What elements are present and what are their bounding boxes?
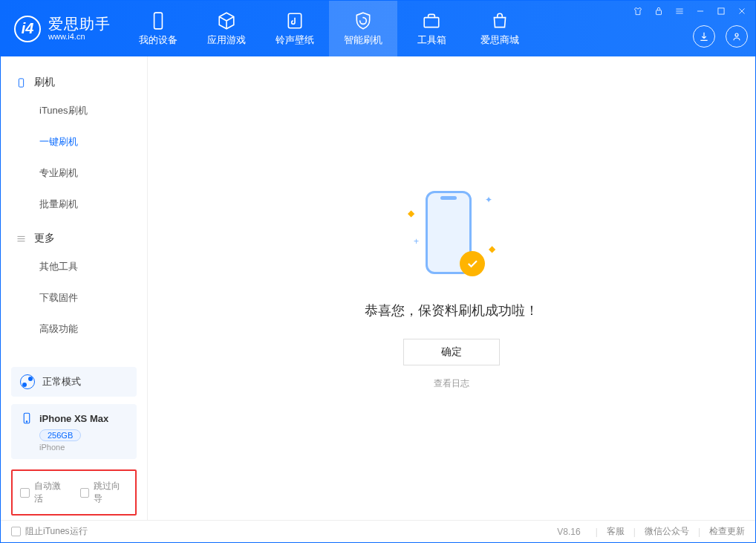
checkbox-icon	[80, 488, 90, 498]
sidebar-item-advanced[interactable]: 高级功能	[1, 313, 147, 345]
checkbox-block-itunes[interactable]: 阻止iTunes运行	[11, 525, 88, 538]
device-name: iPhone XS Max	[39, 413, 108, 424]
nav-label: 爱思商城	[480, 33, 519, 47]
nav-store[interactable]: 爱思商城	[466, 1, 534, 56]
svg-rect-3	[656, 10, 662, 15]
section-title: 更多	[34, 232, 55, 245]
nav-toolbox[interactable]: 工具箱	[397, 1, 466, 56]
sparkle-icon: ✦	[485, 195, 492, 205]
music-file-icon	[285, 11, 304, 30]
checkbox-auto-activate[interactable]: 自动激活	[20, 480, 68, 505]
top-nav: 我的设备 应用游戏 铃声壁纸 智能刷机 工具箱 爱思商城	[124, 1, 534, 56]
checkbox-label: 阻止iTunes运行	[25, 525, 88, 538]
device-type: iPhone	[39, 443, 128, 452]
menu-icon-button[interactable]	[671, 4, 688, 19]
sidebar-item-batch-flash[interactable]: 批量刷机	[1, 189, 147, 220]
sidebar-section-flash: 刷机	[1, 70, 147, 95]
nav-smart-flash[interactable]: 智能刷机	[329, 1, 397, 56]
app-title: 爱思助手	[48, 16, 111, 32]
checkbox-icon	[20, 488, 30, 498]
success-check-badge	[460, 251, 485, 276]
lock-icon-button[interactable]	[650, 4, 668, 19]
nav-label: 铃声壁纸	[276, 33, 314, 47]
checkbox-label: 自动激活	[34, 480, 68, 505]
device-storage-badge: 256GB	[39, 429, 81, 441]
view-log-link[interactable]: 查看日志	[434, 377, 469, 390]
bag-icon	[490, 11, 509, 30]
wechat-link[interactable]: 微信公众号	[645, 525, 689, 538]
nav-my-device[interactable]: 我的设备	[124, 1, 192, 56]
sparkle-icon: ◆	[408, 208, 414, 218]
sidebar-item-download-firmware[interactable]: 下载固件	[1, 282, 147, 313]
svg-rect-6	[19, 78, 23, 86]
nav-apps-games[interactable]: 应用游戏	[192, 1, 261, 56]
nav-label: 应用游戏	[207, 33, 246, 47]
nav-label: 我的设备	[139, 33, 177, 47]
mode-label: 正常模式	[42, 375, 81, 388]
titlebar: i4 爱思助手 www.i4.cn 我的设备 应用游戏 铃声壁纸 智能刷机	[1, 1, 755, 56]
checkbox-icon	[11, 527, 21, 536]
nav-label: 智能刷机	[344, 33, 382, 47]
sidebar-item-pro-flash[interactable]: 专业刷机	[1, 157, 147, 189]
main-content: ◆ ✦ + ◆ 恭喜您，保资料刷机成功啦！ 确定 查看日志	[148, 56, 755, 520]
menu-icon	[16, 233, 27, 244]
app-window: i4 爱思助手 www.i4.cn 我的设备 应用游戏 铃声壁纸 智能刷机	[0, 0, 756, 543]
section-title: 刷机	[34, 76, 55, 89]
success-title: 恭喜您，保资料刷机成功啦！	[365, 302, 538, 319]
check-icon	[466, 257, 479, 270]
header-right	[693, 25, 748, 48]
mode-icon	[20, 374, 35, 389]
mode-card[interactable]: 正常模式	[11, 367, 137, 397]
sidebar-item-other-tools[interactable]: 其他工具	[1, 251, 147, 282]
sidebar-item-itunes-flash[interactable]: iTunes刷机	[1, 95, 147, 126]
phone-icon	[16, 77, 27, 88]
svg-rect-0	[154, 13, 163, 29]
app-subtitle: www.i4.cn	[48, 32, 111, 41]
nav-ringtone-wallpaper[interactable]: 铃声壁纸	[261, 1, 329, 56]
support-link[interactable]: 客服	[607, 525, 625, 538]
body: 刷机 iTunes刷机 一键刷机 专业刷机 批量刷机 更多 其他工具 下载固件 …	[1, 56, 755, 520]
logo-icon: i4	[14, 16, 41, 42]
download-button[interactable]	[693, 25, 715, 48]
checkbox-skip-guide[interactable]: 跳过向导	[80, 480, 128, 505]
svg-point-8	[26, 421, 27, 423]
sparkle-icon: +	[414, 236, 419, 247]
phone-icon	[20, 412, 33, 425]
cube-icon	[217, 11, 236, 30]
highlighted-checkbox-area: 自动激活 跳过向导	[11, 469, 137, 516]
check-update-link[interactable]: 检查更新	[709, 525, 745, 538]
app-logo: i4 爱思助手 www.i4.cn	[1, 1, 124, 56]
refresh-shield-icon	[353, 11, 373, 30]
sidebar-item-onekey-flash[interactable]: 一键刷机	[1, 126, 147, 157]
svg-rect-2	[424, 17, 439, 27]
success-illustration: ◆ ✦ + ◆	[396, 187, 507, 284]
svg-point-5	[735, 33, 738, 36]
ok-button[interactable]: 确定	[403, 339, 500, 365]
minimize-button[interactable]	[691, 4, 709, 19]
device-card[interactable]: iPhone XS Max 256GB iPhone	[11, 404, 137, 459]
toolbox-icon	[422, 11, 441, 30]
sparkle-icon: ◆	[489, 244, 495, 254]
window-controls	[629, 4, 751, 19]
svg-rect-4	[718, 8, 724, 14]
statusbar: 阻止iTunes运行 V8.16 | 客服 | 微信公众号 | 检查更新	[1, 520, 755, 542]
checkbox-label: 跳过向导	[94, 480, 128, 505]
user-button[interactable]	[726, 25, 748, 48]
maximize-button[interactable]	[712, 4, 730, 19]
shirt-icon-button[interactable]	[629, 4, 647, 19]
sidebar-section-more: 更多	[1, 226, 147, 251]
sidebar: 刷机 iTunes刷机 一键刷机 专业刷机 批量刷机 更多 其他工具 下载固件 …	[1, 56, 148, 520]
version-label: V8.16	[557, 527, 580, 537]
nav-label: 工具箱	[417, 33, 446, 47]
close-button[interactable]	[733, 4, 751, 19]
device-icon	[149, 11, 168, 30]
